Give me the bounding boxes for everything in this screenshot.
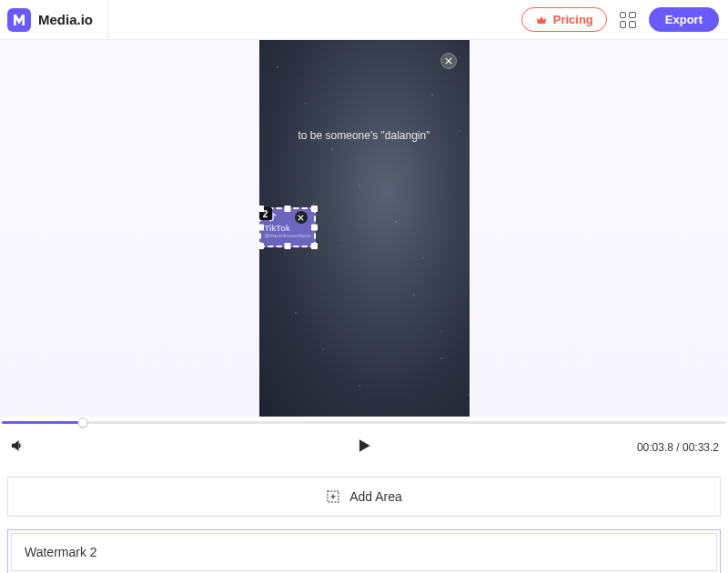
resize-handle-nw[interactable] [259, 206, 264, 212]
resize-handle-ne[interactable] [311, 206, 318, 212]
watermark-brand-label: TikTok [265, 224, 290, 233]
time-display: 00:03.8 / 00:33.2 [637, 441, 719, 454]
apps-grid-icon[interactable] [620, 12, 636, 28]
resize-handle-s[interactable] [284, 243, 290, 249]
play-icon [355, 437, 373, 455]
video-close-button[interactable] [440, 53, 457, 69]
video-caption: to be someone's "dalangin" [259, 129, 470, 142]
add-area-button[interactable]: Add Area [7, 477, 721, 517]
brand-name: Media.io [38, 12, 93, 27]
close-icon [298, 215, 304, 221]
selection-remove-button[interactable] [295, 211, 308, 224]
resize-handle-se[interactable] [311, 243, 318, 249]
total-time: 00:33.2 [682, 441, 719, 454]
watermark-handle: @theunknownfacts [265, 233, 311, 238]
export-button[interactable]: Export [649, 7, 719, 32]
video-preview[interactable]: to be someone's "dalangin" TikTok @theun… [259, 40, 470, 417]
seek-thumb[interactable] [78, 417, 88, 427]
seek-fill [2, 421, 85, 424]
resize-handle-w[interactable] [259, 225, 264, 231]
resize-handle-sw[interactable] [259, 243, 264, 249]
seek-track [2, 421, 726, 424]
watermark-panel[interactable]: Watermark 2 [7, 529, 721, 573]
resize-handle-e[interactable] [311, 225, 318, 231]
app-header: Media.io Pricing Export [0, 0, 728, 40]
add-area-icon [326, 489, 340, 504]
resize-handle-n[interactable] [284, 206, 290, 212]
pricing-button[interactable]: Pricing [521, 7, 607, 32]
pricing-label: Pricing [553, 13, 593, 26]
watermark-panel-header[interactable]: Watermark 2 [11, 533, 717, 571]
current-time: 00:03.8 [637, 441, 673, 454]
watermark-selection-box[interactable]: TikTok @theunknownfacts 2 [259, 207, 316, 247]
seek-bar[interactable] [0, 417, 728, 427]
add-area-label: Add Area [349, 489, 402, 504]
watermark-panel-title: Watermark 2 [25, 545, 97, 559]
canvas-area: to be someone's "dalangin" TikTok @theun… [0, 40, 728, 417]
volume-button[interactable] [9, 437, 25, 457]
brand-logo-icon [7, 8, 31, 32]
close-icon [445, 57, 452, 65]
volume-icon [9, 437, 25, 454]
brand-wrap: Media.io [7, 0, 108, 39]
player-controls: 00:03.8 / 00:33.2 [0, 427, 728, 467]
play-button[interactable] [355, 437, 373, 458]
crown-icon [535, 14, 548, 26]
